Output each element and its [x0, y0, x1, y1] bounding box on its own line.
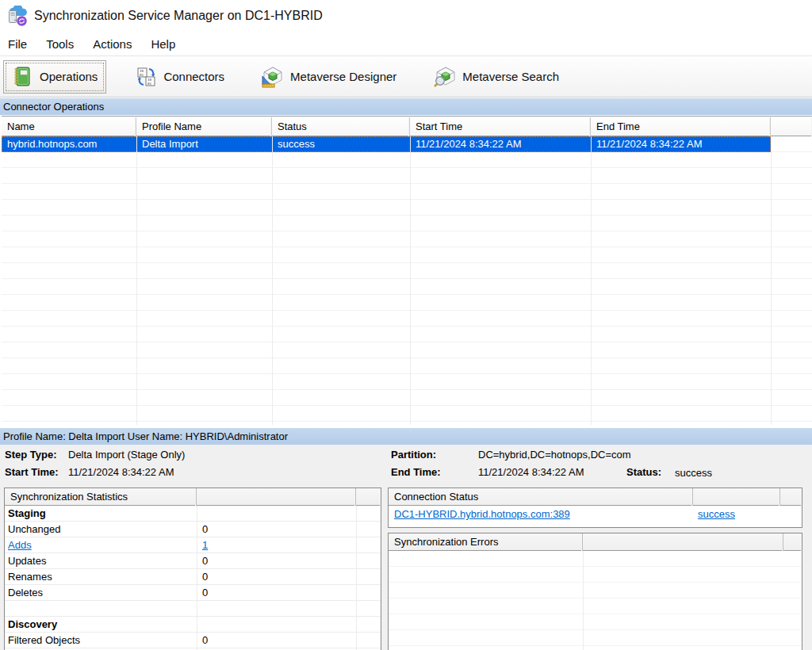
end-time-value: 11/21/2024 8:34:22 AM — [478, 466, 584, 478]
panels-area: Synchronization Statistics StagingUnchan… — [0, 485, 812, 650]
toolbar-button-label: Metaverse Search — [462, 70, 559, 83]
sync-errors-title: Synchronization Errors — [389, 533, 583, 551]
svg-text:01: 01 — [147, 81, 152, 85]
run-details-header: Profile Name: Delta Import User Name: HY… — [0, 428, 812, 445]
stats-column-line — [356, 506, 357, 650]
start-time-label: Start Time: — [5, 466, 59, 478]
connection-server-link[interactable]: DC1-HYBRID.hybrid.hotnops.com:389 — [394, 506, 570, 522]
stats-value: 0 — [197, 569, 355, 584]
list-column-line — [410, 136, 411, 425]
stats-label: Staging — [5, 506, 197, 521]
cell-profile-name: Delta Import — [137, 137, 273, 151]
metaverse-designer-icon — [261, 66, 285, 88]
sync-statistics-rows: StagingUnchanged0Adds1Updates0Renames0De… — [5, 506, 381, 648]
toolbar-button-label: Operations — [40, 70, 98, 83]
sync-statistics-extra-column — [356, 488, 381, 506]
sync-service-app-icon — [6, 6, 28, 27]
column-header-start-time[interactable]: Start Time — [410, 117, 591, 136]
titlebar: Synchronization Service Manager on DC1-H… — [0, 0, 812, 32]
column-header-end-time[interactable]: End Time — [591, 117, 771, 136]
column-header-status[interactable]: Status — [272, 117, 410, 136]
operations-book-icon — [10, 66, 34, 88]
connection-status-row: DC1-HYBRID.hybrid.hotnops.com:389 succes… — [389, 506, 802, 523]
stats-value: 0 — [197, 633, 355, 648]
operations-list-body: hybrid.hotnops.com Delta Import success … — [2, 136, 812, 425]
connector-operations-header: Connector Operations — [0, 98, 812, 115]
sync-statistics-title: Synchronization Statistics — [5, 488, 197, 506]
menubar: File Tools Actions Help — [0, 32, 812, 55]
list-column-line — [272, 136, 273, 425]
stats-label-link[interactable]: Adds — [5, 537, 197, 552]
column-header-profile-name[interactable]: Profile Name — [136, 117, 272, 136]
stats-row: Renames0 — [5, 569, 381, 585]
stats-value — [197, 617, 355, 632]
connectors-icon: 10 01 10 01 — [134, 66, 158, 88]
partition-value: DC=hybrid,DC=hotnops,DC=com — [478, 449, 631, 461]
cell-status: success — [273, 137, 411, 151]
stats-label: Updates — [5, 553, 197, 568]
stats-value — [197, 506, 355, 521]
sync-errors-panel-header: Synchronization Errors — [389, 533, 802, 551]
sync-statistics-panel-header: Synchronization Statistics — [5, 488, 381, 506]
sync-errors-detail-column — [583, 533, 783, 551]
menu-help[interactable]: Help — [151, 37, 175, 51]
operations-row-selected[interactable]: hybrid.hotnops.com Delta Import success … — [2, 136, 771, 152]
sync-statistics-panel: Synchronization Statistics StagingUnchan… — [4, 488, 381, 650]
step-type-value: Delta Import (Stage Only) — [68, 449, 185, 461]
sync-statistics-value-column — [197, 488, 356, 506]
stats-value — [197, 601, 355, 616]
cell-start-time: 11/21/2024 8:34:22 AM — [411, 137, 592, 151]
stats-value: 0 — [197, 522, 355, 537]
column-header-name[interactable]: Name — [2, 117, 136, 136]
svg-text:01: 01 — [140, 72, 144, 76]
toolbar-button-label: Connectors — [163, 70, 224, 83]
sync-errors-body — [389, 551, 802, 650]
sync-errors-extra-column — [783, 533, 802, 551]
operations-list: Name Profile Name Status Start Time End … — [2, 116, 812, 425]
step-type-label: Step Type: — [5, 449, 57, 461]
sync-errors-panel: Synchronization Errors — [388, 533, 802, 650]
toolbar-metaverse-search-button[interactable]: Metaverse Search — [426, 60, 568, 94]
stats-value-link[interactable]: 1 — [197, 537, 355, 552]
toolbar-button-label: Metaverse Designer — [290, 70, 396, 83]
stats-row: Unchanged0 — [5, 522, 381, 537]
connection-result-link[interactable]: success — [698, 506, 735, 522]
stats-row: Filtered Objects0 — [5, 633, 381, 648]
toolbar-metaverse-designer-button[interactable]: Metaverse Designer — [254, 60, 405, 94]
connection-status-panel-header: Connection Status — [389, 488, 802, 506]
menu-file[interactable]: File — [8, 37, 27, 51]
connection-status-extra-column — [780, 488, 802, 506]
stats-row: Staging — [5, 506, 381, 522]
menu-tools[interactable]: Tools — [46, 37, 74, 51]
errors-column-line — [583, 551, 584, 650]
cell-name: hybrid.hotnops.com — [2, 137, 137, 151]
list-column-line — [591, 136, 592, 425]
stats-column-line — [197, 506, 197, 650]
window-title: Synchronization Service Manager on DC1-H… — [34, 9, 323, 23]
connection-status-panel: Connection Status DC1-HYBRID.hybrid.hotn… — [388, 488, 802, 528]
list-column-line — [771, 136, 772, 425]
stats-label — [5, 601, 197, 616]
stats-label: Discovery — [5, 617, 197, 632]
run-details: Step Type: Delta Import (Stage Only) Sta… — [0, 445, 812, 485]
menu-actions[interactable]: Actions — [93, 37, 132, 51]
partition-label: Partition: — [391, 449, 436, 461]
list-column-line — [136, 136, 137, 425]
status-label: Status: — [626, 466, 661, 478]
stats-label: Deletes — [5, 585, 197, 600]
toolbar: Operations 10 01 10 01 Connectors — [0, 55, 812, 98]
connection-status-title: Connection Status — [389, 488, 693, 506]
stats-value: 0 — [197, 553, 355, 568]
metaverse-search-icon — [433, 66, 457, 88]
start-time-value: 11/21/2024 8:34:22 AM — [68, 466, 174, 478]
cell-end-time: 11/21/2024 8:34:22 AM — [592, 137, 770, 151]
toolbar-connectors-button[interactable]: 10 01 10 01 Connectors — [127, 60, 233, 94]
stats-row: Deletes0 — [5, 585, 381, 601]
stats-value: 0 — [197, 585, 355, 600]
end-time-label: End Time: — [391, 466, 441, 478]
stats-label: Unchanged — [5, 522, 197, 537]
status-value: success — [675, 467, 712, 479]
stats-label: Renames — [5, 569, 197, 584]
operations-list-header: Name Profile Name Status Start Time End … — [2, 116, 812, 136]
toolbar-operations-button[interactable]: Operations — [3, 60, 106, 94]
